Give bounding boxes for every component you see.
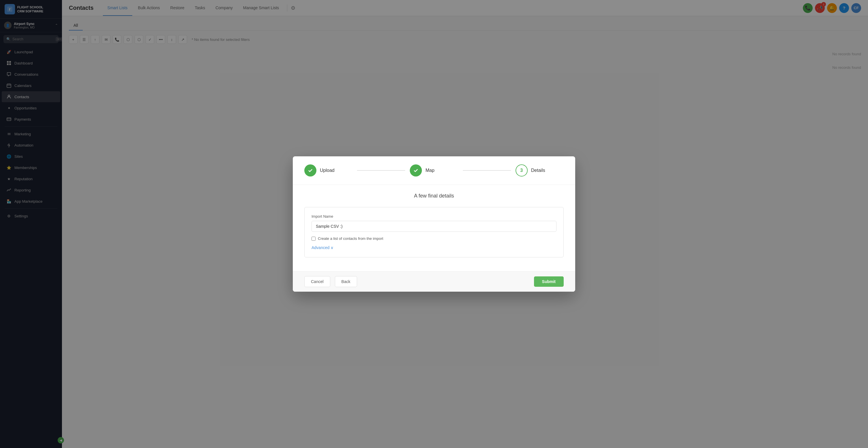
import-name-input[interactable] — [312, 221, 556, 232]
step-connector-1 — [357, 170, 405, 171]
modal-subtitle: A few final details — [304, 193, 564, 199]
step-map: Map — [410, 164, 458, 176]
checkbox-row: Create a list of contacts from the impor… — [312, 236, 556, 241]
step-upload-label: Upload — [320, 168, 335, 173]
advanced-link[interactable]: Advanced ∨ — [312, 245, 334, 250]
create-list-checkbox[interactable] — [312, 237, 315, 241]
submit-button[interactable]: Submit — [534, 276, 564, 287]
step-details-circle: 3 — [516, 164, 528, 176]
step-upload-circle — [304, 164, 316, 176]
step-details: 3 Details — [516, 164, 564, 176]
back-button[interactable]: Back — [335, 276, 357, 287]
step-details-label: Details — [531, 168, 545, 173]
create-list-label[interactable]: Create a list of contacts from the impor… — [318, 236, 383, 241]
modal-footer: Cancel Back Submit — [293, 271, 575, 292]
chevron-down-icon: ∨ — [331, 245, 334, 250]
import-modal: Upload Map 3 Details A few final detai — [293, 156, 575, 292]
stepper: Upload Map 3 Details — [293, 156, 575, 185]
modal-overlay: Upload Map 3 Details A few final detai — [0, 0, 868, 448]
import-name-label: Import Name — [312, 214, 556, 218]
step-map-label: Map — [425, 168, 434, 173]
form-section: Import Name Create a list of contacts fr… — [304, 207, 564, 257]
modal-body: A few final details Import Name Create a… — [293, 185, 575, 271]
step-upload: Upload — [304, 164, 352, 176]
step-connector-2 — [463, 170, 511, 171]
step-map-circle — [410, 164, 422, 176]
cancel-button[interactable]: Cancel — [304, 276, 330, 287]
